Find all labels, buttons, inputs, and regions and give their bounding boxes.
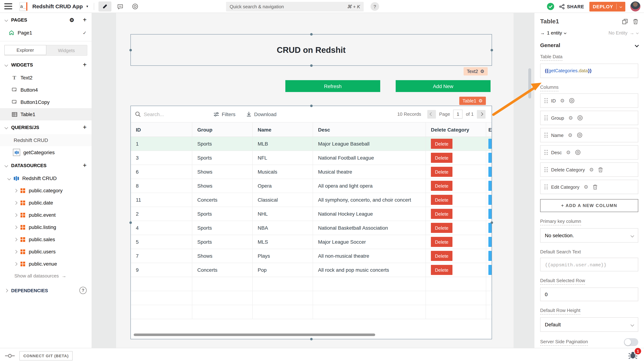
table-data-input[interactable]: {{getCategories.data}} (540, 64, 638, 78)
incoming-entities-dropdown[interactable]: → 1 entity (540, 30, 566, 36)
drag-handle-icon[interactable] (544, 98, 548, 103)
sidebar-item-page1[interactable]: Page1 ✓ (0, 26, 92, 39)
quick-search-input[interactable] (230, 4, 347, 9)
queries-section-header[interactable]: QUERIES/JS + (0, 120, 92, 134)
column-visibility-icon[interactable] (569, 98, 575, 104)
app-logo-icon[interactable]: a_ (20, 2, 27, 10)
server-side-pagination-toggle[interactable] (624, 338, 638, 346)
datasource-table-listing[interactable]: public.listing (0, 221, 92, 233)
pages-section-header[interactable]: PAGES ⚙ + (0, 13, 92, 26)
datasource-table-event[interactable]: public.event (0, 209, 92, 221)
table-row[interactable]: 6 Shows Musicals Musical theatre Delete (131, 165, 492, 179)
column-delete-icon[interactable] (598, 167, 603, 172)
text-widget-selected[interactable]: CRUD on Redshit (130, 34, 492, 66)
hamburger-menu-icon[interactable] (4, 3, 12, 9)
drag-handle-icon[interactable] (544, 184, 548, 190)
column-settings-icon[interactable]: ⚙ (568, 132, 572, 138)
tab-explorer[interactable]: Explorer (4, 45, 46, 55)
table-search-input[interactable] (144, 111, 198, 117)
sidebar-item-table1[interactable]: Table1 (0, 108, 92, 120)
debug-button[interactable]: 1 (628, 350, 639, 361)
column-header-desc[interactable]: Desc (313, 122, 426, 136)
delete-button[interactable]: Delete (431, 237, 452, 247)
add-widget-icon[interactable]: + (83, 62, 86, 68)
table-row[interactable]: 11 Concerts Classical All symphony, conc… (131, 193, 492, 207)
sidebar-item-button4[interactable]: Button4 (0, 84, 92, 96)
column-card-desc[interactable]: Desc ⚙ (540, 145, 638, 160)
show-all-datasources-link[interactable]: Show all datasources → (0, 270, 92, 282)
sidebar-item-button1copy[interactable]: Button1Copy (0, 96, 92, 108)
resize-handle[interactable] (310, 104, 313, 107)
column-settings-icon[interactable]: ⚙ (566, 150, 570, 155)
delete-button[interactable]: Delete (431, 265, 452, 275)
drag-handle-icon[interactable] (544, 115, 548, 120)
resize-handle[interactable] (310, 64, 313, 67)
resize-handle[interactable] (130, 222, 132, 224)
table-row[interactable]: 7 Shows Plays All non-musical theatre De… (131, 249, 492, 263)
chevron-down-icon[interactable] (620, 5, 622, 8)
delete-button[interactable]: Delete (431, 167, 452, 177)
next-page-button[interactable] (477, 110, 486, 118)
edit-button[interactable] (488, 195, 492, 205)
table-row[interactable]: 3 Sports NFL National Football League De… (131, 151, 492, 165)
canvas-scrollbar[interactable] (528, 68, 531, 98)
datasource-redshift-crud[interactable]: Redshift CRUD (0, 172, 92, 184)
deploy-button[interactable]: DEPLOY (589, 2, 625, 11)
edit-button[interactable] (488, 139, 492, 149)
datasource-table-users[interactable]: public.users (0, 246, 92, 258)
resize-handle[interactable] (310, 33, 313, 36)
column-settings-icon[interactable]: ⚙ (589, 167, 594, 172)
refresh-button[interactable]: Refresh (285, 80, 380, 92)
gear-icon[interactable]: ⚙ (480, 69, 484, 74)
datasources-section-header[interactable]: DATASOURCES + (0, 158, 92, 172)
column-settings-icon[interactable]: ⚙ (584, 184, 588, 190)
edit-button[interactable] (488, 181, 492, 191)
download-button[interactable]: Download (246, 111, 276, 117)
connect-git-button[interactable]: CONNECT GIT (BETA) (20, 351, 72, 360)
column-card-delete-category[interactable]: Delete Category ⚙ (540, 162, 638, 177)
sidebar-item-text2[interactable]: T Text2 (0, 72, 92, 84)
dependencies-help-icon[interactable]: ? (80, 287, 86, 294)
gear-icon[interactable]: ⚙ (478, 98, 483, 103)
edit-button[interactable] (488, 237, 492, 247)
column-card-group[interactable]: Group ⚙ (540, 111, 638, 125)
widgets-section-header[interactable]: WIDGETS + (0, 58, 92, 72)
table1-widget-tag[interactable]: Table1 ⚙ (459, 97, 486, 105)
delete-button[interactable]: Delete (431, 153, 452, 163)
add-datasource-icon[interactable]: + (83, 162, 86, 168)
edit-button[interactable] (488, 209, 492, 219)
table-search[interactable] (135, 111, 214, 117)
text2-widget-tag[interactable]: Text2 ⚙ (464, 67, 488, 76)
column-card-id[interactable]: ID ⚙ (540, 94, 638, 108)
edit-button[interactable] (488, 223, 492, 233)
general-section-header[interactable]: General (540, 42, 638, 48)
prev-page-button[interactable] (427, 110, 436, 118)
default-selected-row-input[interactable] (540, 288, 638, 301)
table-row[interactable]: 1 Sports MLB Major League Baseball Delet… (131, 137, 492, 151)
edit-button[interactable] (488, 167, 492, 177)
add-new-button[interactable]: Add New (396, 80, 490, 92)
delete-widget-icon[interactable] (633, 19, 638, 24)
resize-handle[interactable] (490, 49, 493, 52)
delete-button[interactable]: Delete (431, 223, 452, 233)
datasource-table-venue[interactable]: public.venue (0, 258, 92, 270)
quick-search-bar[interactable]: ⌘ + K (226, 2, 364, 12)
pages-settings-icon[interactable]: ⚙ (69, 17, 74, 22)
edit-mode-button[interactable] (99, 1, 112, 11)
delete-button[interactable]: Delete (431, 195, 452, 205)
column-visibility-icon[interactable] (577, 132, 582, 138)
add-new-column-button[interactable]: + ADD A NEW COLUMN (540, 199, 638, 212)
column-header-name[interactable]: Name (253, 122, 313, 136)
resize-handle[interactable] (310, 338, 313, 340)
column-card-edit-category[interactable]: Edit Category ⚙ (540, 180, 638, 194)
drag-handle-icon[interactable] (544, 150, 548, 155)
column-header-id[interactable]: ID (131, 122, 192, 136)
delete-button[interactable]: Delete (431, 209, 452, 219)
tab-widgets[interactable]: Widgets (46, 45, 87, 55)
column-header-edit-category[interactable]: Edit Category (486, 122, 492, 136)
column-settings-icon[interactable]: ⚙ (568, 115, 573, 120)
table-row[interactable]: 2 Sports NHL National Hockey League Dele… (131, 207, 492, 221)
sidebar-item-getcategories[interactable]: getCategories (0, 146, 92, 158)
app-title-dropdown[interactable]: ▾ (86, 4, 88, 8)
avatar[interactable] (630, 2, 640, 12)
